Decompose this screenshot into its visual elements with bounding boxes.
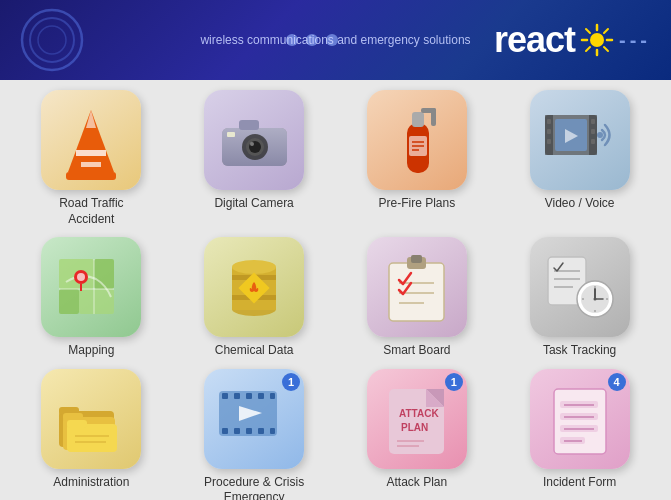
- svg-point-23: [250, 142, 254, 146]
- svg-rect-96: [234, 428, 240, 434]
- svg-rect-26: [412, 112, 424, 127]
- grid-item-administration[interactable]: Administration: [15, 369, 168, 500]
- logo-area: react ---: [494, 19, 651, 61]
- svg-line-8: [586, 29, 590, 33]
- svg-rect-24: [227, 132, 235, 137]
- grid-item-chemical-data[interactable]: Chemical Data: [178, 237, 331, 359]
- logo-sun-icon: [577, 20, 617, 60]
- label-digital-camera: Digital Camera: [214, 196, 293, 212]
- svg-rect-41: [591, 139, 595, 144]
- svg-rect-38: [547, 139, 551, 144]
- badge-incident-form: 4: [608, 373, 626, 391]
- svg-rect-95: [222, 428, 228, 434]
- icon-procedure-crisis[interactable]: 1: [204, 369, 304, 469]
- svg-rect-85: [67, 424, 117, 452]
- attack-plan-icon: ATTACK PLAN: [379, 379, 454, 459]
- camera-icon: [217, 110, 292, 170]
- header-tagline: wireless communications and emergency so…: [200, 33, 470, 47]
- icon-mapping[interactable]: [41, 237, 141, 337]
- svg-rect-61: [389, 263, 444, 321]
- svg-rect-108: [554, 389, 606, 454]
- svg-rect-90: [222, 393, 228, 399]
- svg-rect-15: [81, 162, 101, 167]
- svg-rect-47: [59, 289, 79, 314]
- svg-rect-98: [258, 428, 264, 434]
- grid-item-smart-board[interactable]: Smart Board: [341, 237, 494, 359]
- svg-rect-14: [76, 150, 106, 156]
- label-video-voice: Video / Voice: [545, 196, 615, 212]
- label-chemical-data: Chemical Data: [215, 343, 294, 359]
- label-task-tracking: Task Tracking: [543, 343, 616, 359]
- grid-item-mapping[interactable]: Mapping: [15, 237, 168, 359]
- clock-checklist-icon: [540, 247, 620, 327]
- grid-item-pre-fire[interactable]: Pre-Fire Plans: [341, 90, 494, 227]
- svg-rect-94: [270, 393, 275, 399]
- svg-text:PLAN: PLAN: [401, 422, 428, 433]
- badge-attack-plan: 1: [445, 373, 463, 391]
- svg-point-1: [30, 18, 74, 62]
- icon-road-traffic-accident[interactable]: [41, 90, 141, 190]
- chemical-barrel-icon: [214, 247, 294, 327]
- svg-rect-19: [239, 120, 259, 130]
- svg-rect-12: [66, 172, 116, 180]
- incident-form-icon: [542, 379, 617, 459]
- svg-line-9: [604, 47, 608, 51]
- svg-point-56: [232, 260, 276, 274]
- grid-item-incident-form[interactable]: 4 Incident Form: [503, 369, 656, 500]
- folders-icon: [51, 379, 131, 459]
- label-incident-form: Incident Form: [543, 475, 616, 491]
- svg-rect-84: [63, 413, 83, 421]
- svg-rect-91: [234, 393, 240, 399]
- svg-rect-93: [258, 393, 264, 399]
- app-grid: Road TrafficAccident: [0, 80, 671, 500]
- video-voice-icon: [540, 105, 620, 175]
- label-smart-board: Smart Board: [383, 343, 450, 359]
- map-icon: [51, 247, 131, 327]
- svg-line-10: [604, 29, 608, 33]
- svg-point-52: [77, 273, 85, 281]
- grid-item-digital-camera[interactable]: Digital Camera: [178, 90, 331, 227]
- logo-dashes: ---: [619, 29, 651, 52]
- header-decoration: [20, 8, 85, 73]
- svg-rect-39: [591, 119, 595, 124]
- icon-administration[interactable]: [41, 369, 141, 469]
- icon-smart-board[interactable]: [367, 237, 467, 337]
- icon-task-tracking[interactable]: [530, 237, 630, 337]
- label-procedure-crisis: Procedure & CrisisEmergency: [204, 475, 304, 500]
- play-film-icon: [214, 379, 294, 459]
- label-mapping: Mapping: [68, 343, 114, 359]
- svg-point-2: [38, 26, 66, 54]
- svg-rect-64: [411, 255, 422, 263]
- label-administration: Administration: [53, 475, 129, 491]
- icon-video-voice[interactable]: [530, 90, 630, 190]
- svg-rect-36: [547, 119, 551, 124]
- svg-rect-37: [547, 129, 551, 134]
- svg-text:ATTACK: ATTACK: [399, 408, 439, 419]
- grid-item-attack-plan[interactable]: 1 ATTACK PLAN Attack Plan: [341, 369, 494, 500]
- svg-rect-86: [67, 420, 87, 428]
- icon-pre-fire-plans[interactable]: [367, 90, 467, 190]
- logo-text: react: [494, 19, 575, 61]
- grid-item-video-voice[interactable]: Video / Voice: [503, 90, 656, 227]
- icon-chemical-data[interactable]: [204, 237, 304, 337]
- label-pre-fire-plans: Pre-Fire Plans: [379, 196, 456, 212]
- traffic-cone-icon: [56, 100, 126, 180]
- clipboard-icon: [379, 247, 454, 327]
- badge-procedure-crisis: 1: [282, 373, 300, 391]
- svg-rect-92: [246, 393, 252, 399]
- icon-digital-camera[interactable]: [204, 90, 304, 190]
- header: wireless communications and emergency so…: [0, 0, 671, 80]
- icon-incident-form[interactable]: 4: [530, 369, 630, 469]
- svg-line-11: [586, 47, 590, 51]
- icon-attack-plan[interactable]: 1 ATTACK PLAN: [367, 369, 467, 469]
- svg-marker-16: [86, 110, 96, 128]
- fire-extinguisher-icon: [379, 98, 454, 183]
- grid-item-procedure-crisis[interactable]: 1 Procedure & CrisisEmergency: [178, 369, 331, 500]
- svg-rect-40: [591, 129, 595, 134]
- svg-point-44: [597, 132, 603, 138]
- svg-rect-97: [246, 428, 252, 434]
- svg-point-3: [590, 33, 604, 47]
- svg-rect-28: [431, 108, 436, 126]
- grid-item-task-tracking[interactable]: Task Tracking: [503, 237, 656, 359]
- grid-item-road-traffic[interactable]: Road TrafficAccident: [15, 90, 168, 227]
